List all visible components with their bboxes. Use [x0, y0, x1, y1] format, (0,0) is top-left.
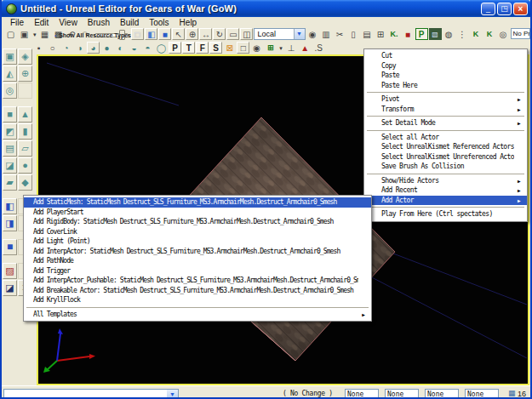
show-sprites-button[interactable]: S — [209, 42, 222, 54]
context-menu-item[interactable]: Paste Here ▶ — [364, 81, 527, 91]
context-menu-item[interactable]: Save Brush As Collision ▶ — [364, 162, 527, 172]
submenu-item[interactable]: Add Trigger ▶ — [24, 266, 371, 276]
save-map-icon[interactable]: ▦ — [38, 28, 51, 40]
sphere-full-icon[interactable]: ● — [100, 42, 113, 54]
camera-med-icon[interactable]: ◑ — [73, 42, 86, 54]
status-field-1[interactable]: None — [345, 389, 379, 399]
context-menu-item[interactable]: Transform ▶ — [364, 105, 527, 115]
actor-info-icon[interactable]: ▪ — [32, 42, 45, 54]
translate-widget-icon[interactable]: ⊕ — [186, 28, 198, 40]
joystick-icon[interactable]: ⊥ — [285, 42, 298, 54]
open-map-icon[interactable]: ▣ — [18, 28, 31, 40]
lock-icon[interactable]: ⊠ — [223, 42, 236, 54]
context-menu-item[interactable]: Play From Here (Ctrl spectates) ▶ — [364, 209, 527, 219]
generic-browser-icon[interactable]: ⊞ — [375, 28, 387, 40]
camera-mode-button[interactable]: ▣ — [3, 48, 17, 65]
context-menu-item[interactable]: Pivot ▶ — [364, 94, 527, 105]
prefab-p-icon[interactable]: P — [415, 28, 428, 40]
brush-cylinder-button[interactable]: ▮ — [18, 123, 32, 140]
title-bar[interactable]: Untitled - Unreal Editor for Gears of Wa… — [2, 0, 530, 17]
viewport-config-one-icon[interactable]: □ — [131, 28, 144, 40]
lightbulb-icon[interactable]: ○ — [46, 42, 59, 54]
restore-button[interactable]: ◳ — [497, 3, 512, 15]
special-brush-button[interactable]: ■ — [3, 239, 17, 255]
move-widget-icon[interactable]: ↔ — [199, 28, 212, 40]
show-terrain-button[interactable]: T — [182, 42, 195, 54]
select-tool-icon[interactable]: ↖ — [172, 28, 185, 40]
context-menu-item[interactable]: Select UnrealKismet Unreferenced Actors … — [364, 152, 527, 162]
sphere-low-icon[interactable]: ◒ — [128, 42, 140, 54]
submenu-item[interactable]: Add PathNode ▶ — [24, 256, 371, 266]
camera-fast-icon[interactable]: ◕ — [87, 42, 100, 54]
brush-stair-button[interactable]: ▤ — [3, 140, 17, 157]
rotate-widget-icon[interactable]: ↻ — [213, 28, 226, 40]
world-icon[interactable]: ◍ — [443, 28, 455, 40]
menu-view[interactable]: View — [54, 18, 83, 27]
search-actors-icon[interactable]: ◉ — [306, 28, 319, 40]
checkbox-icon[interactable]: ▪ — [54, 33, 56, 38]
camera-widget-icon[interactable]: ◫ — [240, 28, 253, 40]
copy-icon[interactable]: ▯ — [347, 28, 360, 40]
eye-icon[interactable]: ◉ — [250, 42, 263, 54]
status-combobox[interactable]: ▼ — [3, 389, 179, 399]
cut-icon[interactable]: ✂ — [334, 28, 346, 40]
brush-sphere-button[interactable]: ● — [18, 157, 32, 174]
new-map-icon[interactable]: ▢ — [4, 28, 17, 40]
texture-mode-button[interactable]: ◎ — [3, 83, 17, 99]
terrain-editor-icon[interactable]: ▧ — [429, 28, 442, 40]
more-tools-icon[interactable]: ⋮ — [456, 28, 469, 40]
status-field-3[interactable]: None — [425, 389, 459, 399]
scale-widget-icon[interactable]: ▭ — [226, 28, 239, 40]
context-menu-item[interactable]: Copy ▶ — [364, 61, 527, 71]
coordinate-system-dropdown[interactable]: Local ▼ — [254, 28, 305, 40]
sphere-top-icon[interactable]: ◓ — [141, 42, 154, 54]
submenu-item[interactable]: Add CoverLink ▶ — [24, 227, 371, 237]
kismet-icon[interactable]: K. — [388, 28, 401, 40]
brush-spiral-stair-button[interactable]: ◪ — [3, 157, 17, 174]
menu-file[interactable]: File — [5, 18, 29, 27]
select-faces-button[interactable]: ◪ — [3, 280, 17, 296]
menu-help[interactable]: Help — [174, 18, 203, 27]
dropdown-arrow-icon[interactable]: ▾ — [277, 42, 284, 54]
layers-icon[interactable]: ⊞ — [264, 42, 277, 54]
brush-sheet-button[interactable]: ▱ — [18, 140, 32, 157]
sphere-half-icon[interactable]: ◐ — [114, 42, 127, 54]
brush-curved-stair-button[interactable]: ◩ — [3, 123, 17, 140]
context-menu-item[interactable]: Add Recent ▶ — [364, 185, 527, 196]
show-fog-button[interactable]: F — [196, 42, 209, 54]
context-menu-item[interactable]: Set Detail Mode ▶ — [364, 118, 527, 128]
submenu-item[interactable]: Add StaticMesh: StaticMesh Destruct_SLS_… — [24, 197, 371, 208]
matinee-icon[interactable]: ■ — [402, 28, 415, 40]
context-menu-item[interactable]: Show/Hide Actors ▶ — [364, 176, 527, 186]
kismet-new-icon[interactable]: K — [483, 28, 496, 40]
sidebar-spacer[interactable] — [3, 100, 32, 105]
context-menu-item[interactable]: Select UnrealKismet Referenced Actors ▶ — [364, 142, 527, 152]
empty-slot[interactable] — [18, 83, 32, 99]
submenu-item[interactable]: Add KryllFlock ▶ — [24, 295, 371, 305]
menu-edit[interactable]: Edit — [29, 18, 54, 27]
brush-card-button[interactable]: ◆ — [18, 174, 32, 191]
square-tool-icon[interactable]: □ — [237, 42, 249, 54]
cube-wireframe-button[interactable]: ◈ — [18, 48, 32, 65]
status-field-2[interactable]: None — [385, 389, 419, 399]
submenu-item[interactable]: All Templates ▶ — [24, 310, 371, 320]
submenu-item[interactable]: Add InterpActor_Pushable: StaticMesh Des… — [24, 276, 371, 286]
paste-icon[interactable]: ▤ — [361, 28, 374, 40]
menu-brush[interactable]: Brush — [83, 18, 115, 27]
brush-cube-button[interactable]: ■ — [3, 106, 17, 123]
open-dropdown-icon[interactable]: ▾ — [31, 28, 37, 40]
minimize-button[interactable]: _ — [481, 3, 495, 15]
brush-cone-button[interactable]: ▲ — [18, 106, 32, 123]
brush-volume-button[interactable]: ▰ — [3, 174, 17, 191]
submenu-item[interactable]: Add InterpActor: StaticMesh Destruct_SLS… — [24, 247, 371, 257]
submenu-item[interactable]: Add RigidBody: StaticMesh Destruct_SLS_F… — [24, 217, 371, 227]
submenu-item[interactable]: Add PlayerStart ▶ — [24, 208, 371, 218]
grid-size-value[interactable]: 16 — [518, 390, 526, 398]
flag-icon[interactable]: ▲ — [299, 42, 312, 54]
terrain-mode-button[interactable]: ◭ — [3, 66, 17, 82]
csg-subtract-button[interactable]: ◨ — [3, 215, 17, 231]
suffix-label[interactable]: .S — [312, 42, 325, 54]
show-paths-button[interactable]: P — [169, 42, 181, 54]
camera-slow-icon[interactable]: ◔ — [60, 42, 72, 54]
fullscreen-icon[interactable]: ▥ — [320, 28, 333, 40]
